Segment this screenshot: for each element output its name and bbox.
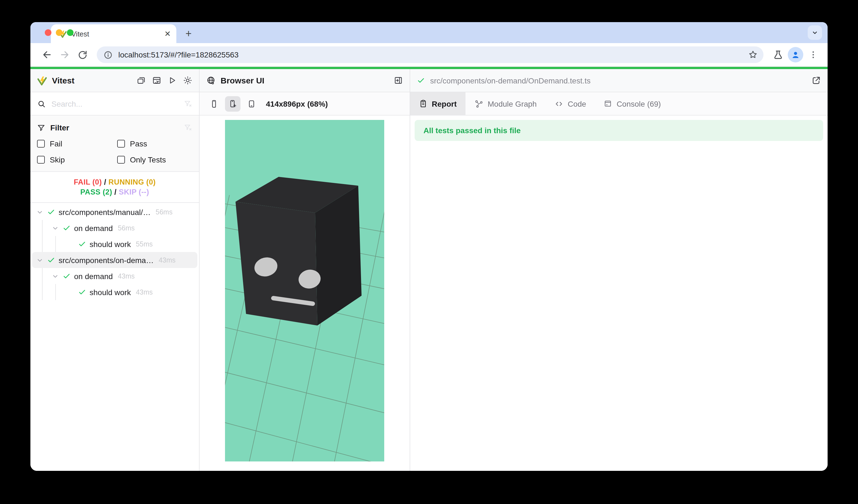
open-in-editor-icon[interactable] bbox=[812, 76, 821, 85]
tab-title: Vitest bbox=[71, 30, 160, 38]
address-bar[interactable]: localhost:5173/#/?file=1828625563 bbox=[97, 46, 763, 63]
tab-console[interactable]: Console (69) bbox=[595, 92, 670, 115]
reload-button[interactable] bbox=[75, 47, 90, 63]
back-button[interactable] bbox=[39, 47, 55, 63]
check-icon bbox=[47, 256, 55, 264]
check-icon bbox=[62, 272, 71, 280]
run-all-play-icon[interactable] bbox=[168, 76, 177, 85]
tree-row-suite[interactable]: on demand 56ms bbox=[32, 220, 197, 236]
sidebar-header: Vitest bbox=[30, 69, 199, 92]
chevron-down-icon[interactable] bbox=[36, 208, 44, 216]
new-tab-button[interactable]: + bbox=[181, 26, 196, 42]
test-duration: 55ms bbox=[136, 240, 153, 248]
test-file-label: src/components/on-dema… bbox=[59, 256, 154, 264]
pass-count: PASS (2) bbox=[80, 188, 112, 196]
chevron-down-icon[interactable] bbox=[51, 224, 59, 232]
browser-ui-panel: Browser UI 414x896px (68%) bbox=[200, 69, 410, 471]
chevron-down-icon[interactable] bbox=[36, 256, 44, 264]
collapse-tests-icon[interactable] bbox=[137, 76, 146, 85]
separator: / bbox=[112, 188, 119, 196]
test-file-label: src/components/manual/… bbox=[59, 208, 150, 216]
check-icon bbox=[47, 208, 55, 216]
test-progress-bar bbox=[30, 67, 828, 69]
profile-avatar[interactable] bbox=[788, 47, 803, 63]
report-tabs: Report Module Graph Code Console (69) bbox=[410, 92, 828, 115]
browser-ui-title: Browser UI bbox=[221, 76, 264, 85]
checkbox[interactable] bbox=[117, 140, 125, 148]
checkbox-label: Only Tests bbox=[130, 155, 166, 164]
tab-module-graph[interactable]: Module Graph bbox=[465, 92, 545, 115]
device-phone-icon[interactable] bbox=[206, 96, 222, 111]
dashboard-icon[interactable] bbox=[152, 76, 161, 85]
tree-row-test[interactable]: should work 43ms bbox=[32, 284, 197, 300]
forward-button[interactable] bbox=[57, 47, 73, 63]
module-graph-icon bbox=[474, 99, 483, 108]
file-path: src/components/on-demand/OnDemand.test.t… bbox=[430, 76, 807, 85]
device-tablet-icon[interactable] bbox=[244, 96, 259, 111]
site-info-icon[interactable] bbox=[104, 50, 113, 60]
tree-row-suite[interactable]: on demand 43ms bbox=[32, 268, 197, 284]
bookmark-star-icon[interactable] bbox=[748, 50, 758, 60]
browser-menu-kebab-icon[interactable] bbox=[806, 47, 821, 63]
report-clipboard-icon bbox=[419, 99, 427, 108]
test-suite-label: on demand bbox=[74, 272, 113, 280]
close-window-button[interactable] bbox=[45, 29, 51, 36]
fail-count: FAIL (0) bbox=[74, 178, 102, 186]
chevron-down-icon[interactable] bbox=[51, 272, 59, 280]
experiments-flask-icon[interactable] bbox=[770, 47, 785, 63]
filter-section: Filter Fail Pass bbox=[30, 115, 199, 172]
search-input[interactable] bbox=[51, 99, 178, 108]
filter-checkbox-fail[interactable]: Fail bbox=[37, 137, 117, 150]
device-toolbar: 414x896px (68%) bbox=[200, 92, 410, 115]
sidebar: Vitest bbox=[30, 69, 200, 471]
tested-component-canvas[interactable] bbox=[225, 120, 384, 461]
test-suite-label: on demand bbox=[74, 224, 113, 232]
device-phone-add-icon[interactable] bbox=[225, 96, 240, 111]
clear-filter-icon[interactable] bbox=[184, 99, 192, 108]
theme-toggle-sun-icon[interactable] bbox=[183, 76, 192, 85]
test-duration: 43ms bbox=[136, 288, 153, 296]
filter-checkbox-only-tests[interactable]: Only Tests bbox=[117, 153, 192, 166]
test-case-label: should work bbox=[90, 240, 131, 248]
check-icon bbox=[78, 288, 86, 296]
browser-ui-header: Browser UI bbox=[200, 69, 410, 92]
code-icon bbox=[555, 99, 563, 108]
app-title: Vitest bbox=[52, 76, 74, 85]
open-panel-right-icon[interactable] bbox=[394, 76, 403, 85]
vitest-logo bbox=[37, 76, 47, 85]
tab-code[interactable]: Code bbox=[546, 92, 595, 115]
tree-row-test[interactable]: should work 55ms bbox=[32, 236, 197, 252]
tab-label: Report bbox=[432, 99, 457, 108]
checkbox-label: Pass bbox=[130, 139, 147, 148]
separator: / bbox=[102, 178, 108, 186]
checkbox-label: Skip bbox=[50, 155, 65, 164]
checkbox[interactable] bbox=[37, 156, 45, 164]
filter-title: Filter bbox=[50, 123, 69, 132]
minimize-window-button[interactable] bbox=[56, 29, 62, 36]
running-count: RUNNING (0) bbox=[108, 178, 156, 186]
filter-funnel-icon bbox=[37, 124, 45, 132]
test-tree: src/components/manual/… 56ms on demand 5… bbox=[30, 203, 199, 471]
clear-filter-icon[interactable] bbox=[184, 123, 192, 132]
checkbox[interactable] bbox=[37, 140, 45, 148]
zoom-window-button[interactable] bbox=[67, 29, 74, 36]
tree-row-file-selected[interactable]: src/components/on-dema… 43ms bbox=[32, 252, 197, 268]
screenshot-root: Vitest ✕ + bbox=[0, 0, 858, 504]
tree-row-file[interactable]: src/components/manual/… 56ms bbox=[32, 204, 197, 220]
tab-report[interactable]: Report bbox=[410, 92, 465, 115]
checkbox-label: Fail bbox=[50, 139, 62, 148]
test-viewport-area bbox=[200, 115, 410, 471]
url-text: localhost:5173/#/?file=1828625563 bbox=[118, 50, 743, 59]
test-duration: 43ms bbox=[159, 256, 176, 264]
checkbox[interactable] bbox=[117, 156, 125, 164]
filter-checkbox-skip[interactable]: Skip bbox=[37, 153, 117, 166]
all-tests-passed-banner: All tests passed in this file bbox=[415, 120, 823, 141]
test-summary: FAIL (0)/RUNNING (0) PASS (2)/SKIP (--) bbox=[30, 172, 199, 203]
tab-search-button[interactable] bbox=[808, 26, 822, 40]
report-panel: src/components/on-demand/OnDemand.test.t… bbox=[410, 69, 828, 471]
tab-label: Module Graph bbox=[488, 99, 537, 108]
search-row bbox=[30, 92, 199, 115]
filter-checkbox-pass[interactable]: Pass bbox=[117, 137, 192, 150]
chevron-down-icon bbox=[811, 29, 819, 36]
tab-close-icon[interactable]: ✕ bbox=[164, 30, 171, 37]
